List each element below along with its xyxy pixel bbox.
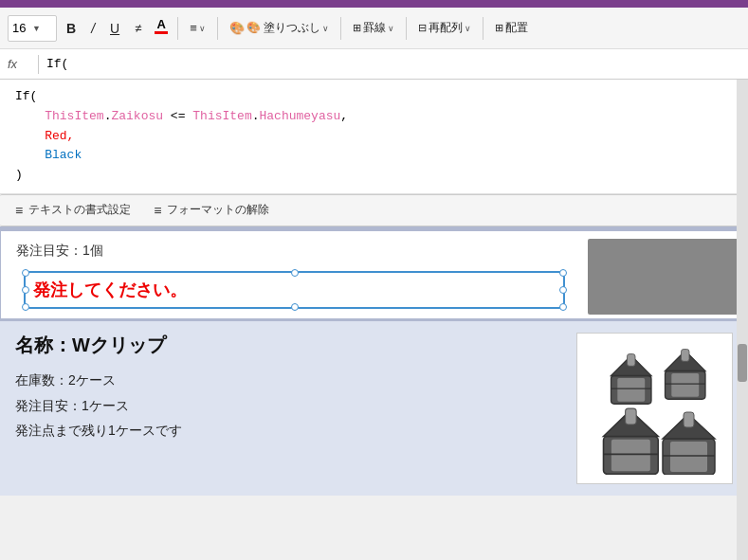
svg-rect-6 [671,373,699,397]
title-bar [0,0,748,8]
code-black-value: Black [45,148,82,162]
code-line-4: Black [15,146,733,166]
selected-text-box[interactable]: 発注してください。 [24,271,565,309]
separator-3 [340,17,341,40]
clear-format-label: フォーマットの解除 [167,202,269,218]
text-format-button[interactable]: ≡ テキストの書式設定 [11,200,135,220]
card-1-content: 発注目安：1個 発注してください。 [1,231,747,318]
rearrange-button[interactable]: ⊟ 再配列 ∨ [412,15,477,42]
border-label: 罫線 [363,20,386,36]
handle-ml[interactable] [22,286,29,294]
code-zaikosu: Zaikosu [111,109,163,123]
handle-tm[interactable] [291,269,299,277]
formula-label: fx [8,57,30,71]
card-2-stock: 在庫数：2ケース [15,368,561,393]
code-editor[interactable]: If( ThisItem.Zaikosu <= ThisItem.Hachume… [0,80,748,194]
italic-button[interactable]: / [85,15,100,42]
fill-label: 🎨 塗りつぶし [246,20,320,36]
code-thisitem-1: ThisItem [45,109,103,123]
code-line-3: Red, [15,127,733,147]
handle-br[interactable] [559,303,567,311]
clear-format-button[interactable]: ≡ フォーマットの解除 [150,200,273,220]
separator-4 [406,17,407,40]
canvas-area[interactable]: 発注目安：1個 発注してください。 [0,226,748,496]
separator-2 [217,17,218,40]
separator-5 [483,17,483,40]
rearrange-icon: ⊟ [418,22,427,34]
code-line-2: ThisItem.Zaikosu <= ThisItem.Hachumeyasu… [15,107,733,127]
format-bar: ≡ テキストの書式設定 ≡ フォーマットの解除 [0,194,748,226]
font-color-button[interactable]: A [151,15,172,42]
formula-bar: fx If( [0,49,748,80]
handle-tr[interactable] [559,269,567,277]
svg-rect-1 [617,378,645,402]
formula-content[interactable]: If( [46,57,68,71]
toolbar: 16 ▼ B / U ≠ A ≡ ∨ 🎨 🎨 塗りつぶし ∨ ⊞ 罫線 ∨ ⊟ … [0,8,748,49]
font-color-letter: A [157,17,166,32]
align-arrow: ∨ [199,24,206,33]
text-format-label: テキストの書式設定 [28,202,131,218]
handle-tl[interactable] [22,269,29,277]
order-notice-1-text: 発注目安：1個 [16,243,103,258]
border-arrow: ∨ [388,24,394,33]
code-hachumeyasu: Hachumeyasu [260,109,341,123]
arrange-label: 配置 [505,20,528,36]
scrollbar[interactable] [737,80,748,560]
code-red-value: Red, [45,129,74,143]
underline-button[interactable]: U [104,15,125,42]
card-2-remaining: 発注点まで残り1ケースです [15,418,561,443]
text-format-icon: ≡ [15,203,23,218]
svg-rect-3 [627,354,635,367]
code-thisitem-2: ThisItem [192,109,251,123]
border-button[interactable]: ⊞ 罫線 ∨ [347,15,400,42]
align-icon: ≡ [190,21,197,35]
fill-arrow: ∨ [322,24,329,33]
card-1-image [588,239,739,315]
binder-clips-svg [589,342,721,475]
rearrange-label: 再配列 [429,20,463,36]
card-1: 発注目安：1個 発注してください。 [0,226,748,319]
formula-divider [38,55,39,74]
rearrange-arrow: ∨ [465,24,471,33]
card-2: 名称：Wクリップ 在庫数：2ケース 発注目安：1ケース 発注点まで残り1ケースで… [0,319,748,496]
fill-button[interactable]: 🎨 🎨 塗りつぶし ∨ [224,15,335,42]
arrange-button[interactable]: ⊞ 配置 [489,15,534,42]
handle-bl[interactable] [22,303,29,311]
clear-format-icon: ≡ [154,203,161,218]
order-notice-1: 発注目安：1個 [16,239,573,267]
svg-rect-16 [670,442,707,472]
card-1-left: 発注目安：1個 発注してください。 [16,239,573,313]
handle-bm[interactable] [291,303,299,311]
svg-rect-13 [625,408,636,425]
card-2-order-guide: 発注目安：1ケース [15,393,561,419]
border-icon: ⊞ [353,22,361,34]
font-size-selector[interactable]: 16 ▼ [8,15,57,42]
code-line-5: ) [15,166,733,186]
svg-rect-18 [684,412,694,427]
font-size-arrow: ▼ [32,24,52,33]
svg-rect-8 [681,350,689,362]
selected-text: 発注してください。 [26,273,563,307]
bold-button[interactable]: B [61,15,82,42]
font-color-bar [155,31,168,34]
code-line-1: If( [15,87,733,107]
handle-mr[interactable] [559,286,567,294]
separator-1 [177,17,178,40]
scrollbar-thumb[interactable] [738,344,747,382]
card-2-title: 名称：Wクリップ [15,333,561,358]
strikethrough-button[interactable]: ≠ [129,15,147,42]
arrange-icon: ⊞ [495,22,503,34]
fill-icon: 🎨 [229,21,245,35]
card-2-text: 名称：Wクリップ 在庫数：2ケース 発注目安：1ケース 発注点まで残り1ケースで… [15,333,561,484]
card-2-image [576,333,733,484]
align-button[interactable]: ≡ ∨ [184,15,211,42]
svg-rect-11 [611,440,649,472]
font-size-value: 16 [12,21,32,35]
